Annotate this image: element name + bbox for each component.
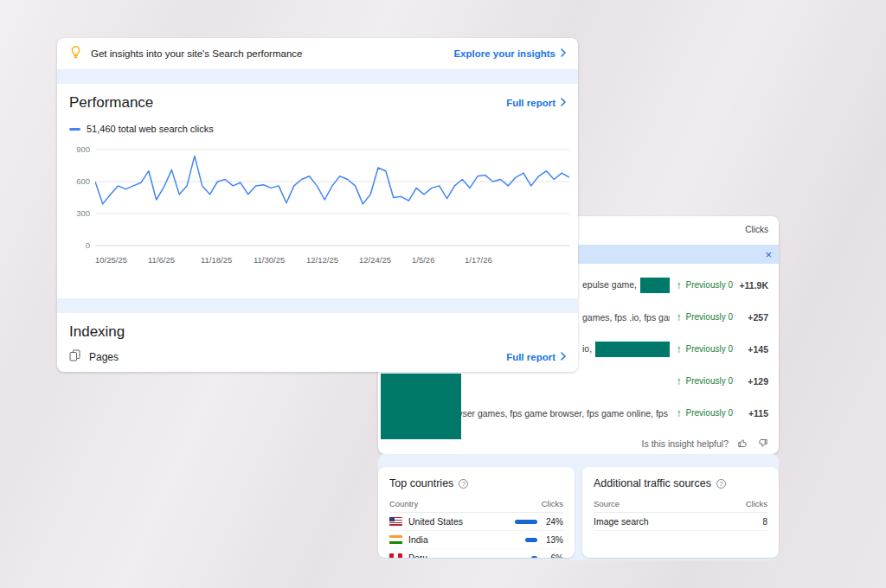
indexing-title: Indexing (69, 323, 566, 341)
full-report-label: Full report (506, 352, 555, 362)
lightbulb-icon (69, 45, 82, 62)
metric: ↑ Previously 0 +115 (677, 407, 768, 419)
trend-up-icon: ↑ (677, 343, 682, 355)
x-axis-labels: 10/25/25 11/6/25 11/18/25 11/30/25 12/12… (95, 255, 566, 267)
traffic-sources-title: Additional traffic sources (594, 477, 711, 489)
country-bar (531, 556, 537, 559)
feedback-question: Is this insight helpful? (642, 438, 729, 449)
redaction-box (381, 374, 461, 439)
indexing-full-report-link[interactable]: Full report (506, 352, 566, 362)
metric: ↑ Previously 0 +129 (677, 375, 768, 387)
legend-dash-icon (69, 128, 80, 131)
country-row: India 13% (389, 531, 563, 549)
legend-label: 51,460 total web search clicks (87, 124, 214, 134)
previously-label: Previously 0 (686, 344, 733, 354)
previously-label: Previously 0 (686, 408, 733, 418)
delta-value: +115 (737, 408, 768, 419)
search-console-overview: Get insights into your site's Search per… (57, 38, 578, 372)
country-clicks: 6% (543, 553, 563, 559)
previously-label: Previously 0 (686, 280, 733, 290)
country-name: Peru (408, 553, 427, 558)
metric: ↑ Previously 0 +257 (677, 311, 768, 323)
performance-title: Performance (69, 94, 153, 112)
top-countries-title: Top countries (389, 477, 453, 489)
redaction-box (640, 278, 669, 293)
country-clicks: 24% (543, 517, 563, 527)
insights-promo-banner: Get insights into your site's Search per… (57, 38, 578, 69)
insight-feedback: Is this insight helpful? (642, 438, 768, 449)
country-bar (515, 520, 537, 524)
pages-icon (69, 349, 80, 365)
delta-value: +145 (737, 344, 768, 355)
performance-line (95, 156, 569, 204)
metric: ↑ Previously 0 +11.9K (677, 279, 768, 291)
performance-card: Performance Full report 51,460 total web… (57, 84, 578, 298)
chart-plot-area[interactable] (95, 144, 569, 252)
traffic-sources-card: Additional traffic sources ? Source Clic… (582, 467, 779, 558)
previously-label: Previously 0 (686, 376, 733, 386)
performance-full-report-link[interactable]: Full report (506, 98, 566, 108)
country-row: United States 24% (389, 513, 563, 531)
info-icon[interactable]: ? (459, 479, 468, 489)
trend-up-icon: ↑ (677, 375, 682, 387)
chevron-right-icon (561, 98, 566, 108)
chart-legend: 51,460 total web search clicks (69, 124, 566, 134)
trend-up-icon: ↑ (677, 279, 682, 291)
previously-label: Previously 0 (686, 312, 733, 322)
top-countries-card: Top countries ? Country Clicks United St… (378, 467, 575, 558)
source-row: Image search 8 (594, 513, 767, 531)
redaction-box (595, 342, 669, 357)
chevron-right-icon (561, 48, 566, 59)
trend-up-icon: ↑ (677, 407, 682, 419)
delta-value: +11.9K (737, 280, 768, 291)
india-flag-icon (389, 535, 402, 544)
country-name: United States (408, 516, 463, 527)
info-icon[interactable]: ? (716, 479, 726, 489)
close-icon[interactable]: × (765, 249, 772, 260)
trend-up-icon: ↑ (677, 311, 682, 323)
source-clicks: 8 (748, 517, 767, 527)
source-column-header: Source (594, 499, 620, 512)
explore-insights-label: Explore your insights (453, 48, 555, 59)
source-name: Image search (594, 516, 649, 527)
clicks-column-header: Clicks (746, 499, 767, 512)
delta-value: +129 (737, 376, 768, 387)
clicks-column-header: Clicks (542, 499, 563, 512)
country-bar (525, 538, 537, 542)
page-background-strip (57, 298, 578, 313)
thumbs-down-icon[interactable] (757, 438, 768, 449)
thumbs-up-icon[interactable] (737, 438, 748, 449)
clicks-chart[interactable]: 900 600 300 0 (69, 144, 566, 252)
y-axis-labels: 900 600 300 0 (69, 144, 95, 252)
country-clicks: 13% (543, 535, 563, 545)
country-name: India (408, 534, 428, 545)
full-report-label: Full report (506, 98, 555, 108)
us-flag-icon (389, 517, 402, 526)
metric: ↑ Previously 0 +145 (677, 343, 768, 355)
page-background-strip (57, 69, 578, 84)
clicks-column-header: Clicks (745, 225, 768, 234)
banner-text: Get insights into your site's Search per… (91, 48, 445, 59)
chevron-right-icon (561, 352, 566, 362)
delta-value: +257 (737, 312, 768, 323)
pages-label: Pages (89, 351, 119, 363)
country-column-header: Country (389, 499, 418, 512)
explore-insights-link[interactable]: Explore your insights (453, 48, 566, 59)
indexing-card: Indexing Pages Full report (57, 313, 578, 372)
country-row: Peru 6% (389, 549, 563, 558)
desktop-background: Clicks × epulse game, ↑ Previously 0 +11… (0, 0, 886, 588)
peru-flag-icon (389, 553, 402, 558)
